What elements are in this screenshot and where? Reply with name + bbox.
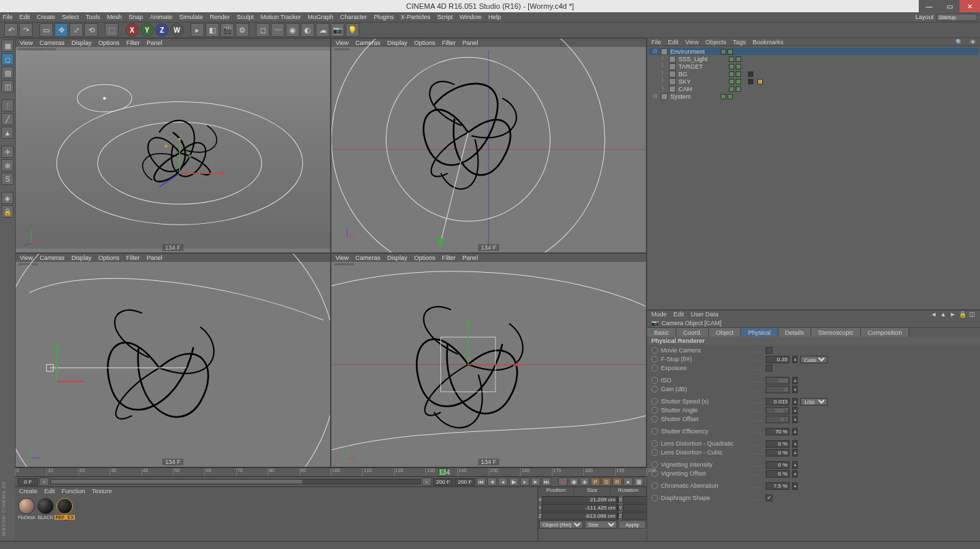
play-button[interactable]: ▶: [509, 478, 519, 486]
mat-menu-texture[interactable]: Texture: [92, 488, 112, 495]
value-input[interactable]: [766, 449, 789, 456]
redo-button[interactable]: ↷: [19, 23, 33, 37]
move-tool[interactable]: ✥: [54, 23, 68, 37]
end-frame-input[interactable]: [433, 478, 453, 486]
mat-menu-edit[interactable]: Edit: [44, 488, 55, 495]
render-region-button[interactable]: ◧: [206, 23, 219, 37]
workplane-button[interactable]: ◈: [1, 192, 14, 204]
world-axis[interactable]: W: [170, 23, 184, 37]
environment-button[interactable]: ☁: [316, 23, 329, 37]
viewport-right[interactable]: ViewCamerasDisplayOptionsFilterPanel Rig…: [16, 254, 330, 467]
keyframe-sel-button[interactable]: ◈: [580, 478, 589, 486]
camera-button[interactable]: 📷: [331, 23, 344, 37]
model-mode[interactable]: ◻: [1, 53, 14, 65]
key-rot-button[interactable]: R: [612, 478, 622, 486]
viewport-front[interactable]: ViewCamerasDisplayOptionsFilterPanel Fro…: [331, 254, 646, 467]
menu-xparticles[interactable]: X-Particles: [401, 14, 431, 20]
coord-mode-select[interactable]: Object (Rel): [539, 520, 583, 529]
menu-character[interactable]: Character: [340, 14, 368, 20]
menu-help[interactable]: Help: [488, 14, 501, 20]
goto-start-button[interactable]: ⏮: [476, 478, 486, 486]
playhead[interactable]: 134: [438, 468, 446, 476]
value-input[interactable]: [766, 440, 789, 448]
spin-start[interactable]: ‹: [39, 478, 49, 486]
start-frame-input[interactable]: [18, 478, 38, 486]
menu-window[interactable]: Window: [459, 14, 481, 20]
tab-stereoscopic[interactable]: Stereoscopic: [811, 328, 861, 337]
render-pv-button[interactable]: 🎬: [220, 23, 234, 37]
tab-coord[interactable]: Coord.: [676, 328, 709, 337]
autokey-button[interactable]: ◉: [569, 478, 578, 486]
value-input[interactable]: [766, 428, 789, 435]
apply-button[interactable]: Apply: [619, 520, 646, 529]
menu-mograph[interactable]: MoGraph: [308, 14, 333, 20]
axis-mode[interactable]: ✛: [1, 146, 14, 158]
scale-tool[interactable]: ⤢: [69, 23, 83, 37]
viewport-perspective[interactable]: View Cameras Display Options Filter Pane…: [16, 39, 330, 252]
menu-script[interactable]: Script: [437, 14, 453, 20]
rotate-tool[interactable]: ⟲: [84, 23, 98, 37]
tab-composition[interactable]: Composition: [861, 328, 909, 337]
goto-end-button[interactable]: ⏭: [542, 478, 551, 486]
menu-tools[interactable]: Tools: [86, 14, 100, 20]
deformer-button[interactable]: ◐: [301, 23, 314, 37]
viewport-top[interactable]: ViewCamerasDisplayOptionsFilterPanel Top: [331, 39, 646, 252]
menu-file[interactable]: File: [3, 14, 13, 20]
am-menu-mode[interactable]: Mode: [651, 311, 667, 318]
vp-menu-options[interactable]: Options: [98, 39, 119, 46]
layout-select[interactable]: [936, 14, 977, 21]
value-input[interactable]: [766, 470, 789, 478]
pos-z-input[interactable]: [542, 512, 617, 520]
size-mode-select[interactable]: Size: [585, 520, 617, 529]
points-mode[interactable]: ⋮: [1, 99, 14, 112]
value-input[interactable]: [766, 356, 789, 363]
search-icon[interactable]: 🔍: [956, 39, 963, 46]
new-window-icon[interactable]: ◫: [968, 311, 976, 318]
make-editable-button[interactable]: ▦: [1, 39, 14, 52]
vp-menu-panel[interactable]: Panel: [146, 39, 162, 46]
pos-y-input[interactable]: [542, 504, 617, 512]
spline-primitive[interactable]: 〰: [271, 23, 284, 37]
recent-tool[interactable]: ⬚: [105, 23, 118, 37]
snap-settings[interactable]: S: [1, 173, 14, 185]
y-axis-lock[interactable]: Y: [140, 23, 154, 37]
am-menu-edit[interactable]: Edit: [674, 311, 685, 318]
vp-menu-cameras[interactable]: Cameras: [39, 39, 65, 46]
vp-menu-view[interactable]: View: [20, 39, 33, 46]
object-row[interactable]: ⊟System: [649, 93, 979, 100]
record-button[interactable]: ●: [558, 478, 568, 486]
nav-fwd-icon[interactable]: ►: [949, 311, 957, 318]
object-row[interactable]: └CAM: [649, 85, 979, 93]
object-row[interactable]: └SKY: [649, 78, 979, 85]
object-row[interactable]: └BG: [649, 70, 979, 78]
menu-snap[interactable]: Snap: [129, 14, 143, 20]
tab-physical[interactable]: Physical: [741, 328, 779, 337]
material-item[interactable]: REF_EX: [56, 498, 74, 538]
minimize-button[interactable]: —: [919, 0, 939, 12]
om-menu-edit[interactable]: Edit: [668, 39, 679, 46]
menu-animate[interactable]: Animate: [150, 14, 172, 20]
menu-mesh[interactable]: Mesh: [107, 14, 122, 20]
mat-menu-create[interactable]: Create: [19, 488, 37, 495]
timeline-slider[interactable]: [50, 479, 421, 484]
current-frame-input[interactable]: [455, 478, 475, 486]
next-frame-button[interactable]: ▸: [520, 478, 529, 486]
menu-motion-tracker[interactable]: Motion Tracker: [261, 14, 301, 20]
eye-icon[interactable]: 👁: [970, 39, 976, 46]
checkbox[interactable]: [766, 347, 772, 354]
next-key-button[interactable]: ►: [531, 478, 540, 486]
generator-button[interactable]: ◉: [286, 23, 299, 37]
snap-toggle[interactable]: ⊕: [1, 159, 14, 171]
om-menu-file[interactable]: File: [651, 39, 662, 46]
menu-select[interactable]: Select: [62, 14, 79, 20]
value-input[interactable]: [766, 461, 789, 469]
undo-button[interactable]: ↶: [4, 23, 18, 37]
checkbox[interactable]: [766, 365, 772, 371]
tab-basic[interactable]: Basic: [647, 328, 676, 337]
cube-primitive[interactable]: ◻: [256, 23, 270, 37]
vp-menu-display[interactable]: Display: [71, 39, 92, 46]
key-scale-button[interactable]: S: [602, 478, 611, 486]
vp-menu-filter[interactable]: Filter: [126, 39, 140, 46]
value-input[interactable]: [766, 398, 789, 405]
om-menu-tags[interactable]: Tags: [733, 39, 746, 46]
